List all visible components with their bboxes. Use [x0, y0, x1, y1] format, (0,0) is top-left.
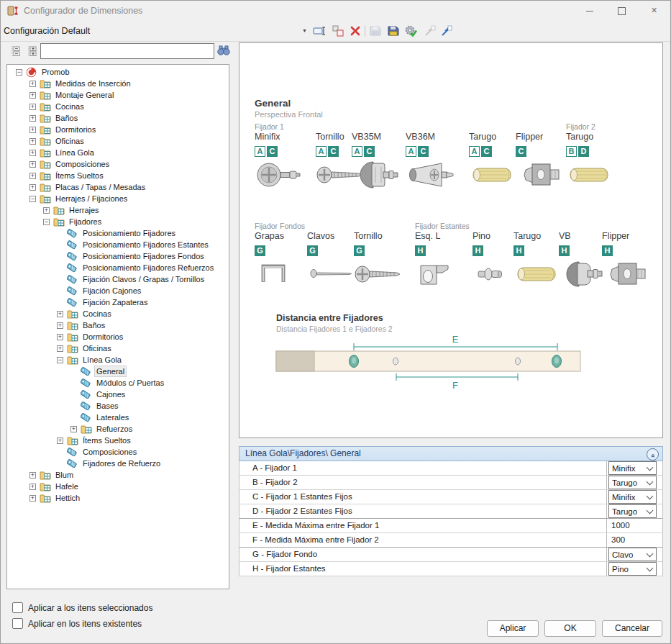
chevron-down-icon: ▼: [302, 23, 307, 39]
export-config-icon[interactable]: [440, 24, 455, 37]
tree-item-oficinas[interactable]: +Oficinas: [7, 135, 229, 147]
tree-item-posicionamiento-fijadores-refuerzos[interactable]: Posicionamiento Fijadores Refuerzos: [7, 262, 229, 273]
expand-icon[interactable]: +: [43, 207, 50, 214]
tree-item-fijación-cajones[interactable]: Fijación Cajones: [7, 285, 229, 296]
ok-button[interactable]: OK: [544, 620, 596, 637]
tree-item-herrajes[interactable]: +Herrajes: [7, 204, 229, 216]
expand-icon[interactable]: +: [57, 311, 63, 317]
expand-icon[interactable]: +: [29, 104, 36, 110]
apply-existing-checkbox[interactable]: Aplicar en los itens existentes: [12, 618, 142, 629]
tree-item-bases[interactable]: Bases: [7, 400, 229, 412]
expand-icon[interactable]: +: [57, 437, 63, 444]
tree-item-fijación-zapateras[interactable]: Fijación Zapateras: [7, 296, 229, 308]
property-text-value[interactable]: 1000: [607, 519, 630, 532]
tree-item-fijación-clavos-grapas-tornillos[interactable]: Fijación Clavos / Grapas / Tornillos: [7, 273, 229, 285]
tree-item-laterales[interactable]: Laterales: [7, 412, 229, 423]
tree-item-baños[interactable]: +Baños: [7, 319, 229, 331]
tree-item-blum[interactable]: +Blum: [7, 469, 229, 481]
expand-icon[interactable]: +: [57, 334, 63, 340]
tag-icon: [67, 240, 78, 250]
tree-item-placas-tapas-mesadas[interactable]: +Placas / Tapas / Mesadas: [7, 181, 229, 193]
expand-icon[interactable]: +: [29, 150, 36, 156]
expand-icon[interactable]: +: [57, 322, 63, 329]
save-as-config-icon[interactable]: [387, 24, 401, 37]
cancelar-button[interactable]: Cancelar: [602, 620, 662, 637]
expand-icon[interactable]: +: [29, 173, 36, 179]
tree-item-hettich[interactable]: +Hettich: [7, 492, 229, 504]
tree-item-refuerzos[interactable]: +Refuerzos: [7, 423, 229, 435]
tree-item-cocinas[interactable]: +Cocinas: [7, 308, 229, 319]
delete-config-icon[interactable]: [349, 24, 363, 37]
tree-item-label: Fijación Clavos / Grapas / Tornillos: [81, 274, 206, 284]
collapse-icon[interactable]: −: [29, 196, 36, 202]
property-dropdown[interactable]: Minifix: [608, 461, 657, 475]
property-dropdown[interactable]: Tarugo: [608, 476, 657, 489]
tree-item-promob[interactable]: −Promob: [7, 66, 229, 78]
collapse-icon[interactable]: −: [43, 219, 50, 225]
tag-icon: [67, 447, 78, 457]
save-config-icon[interactable]: [369, 24, 383, 37]
minimize-button[interactable]: [573, 1, 606, 22]
collapse-icon[interactable]: −: [57, 357, 63, 363]
tree-item-composiciones[interactable]: +Composiciones: [7, 158, 229, 170]
tree-item-posicionamiento-fijadores-fondos[interactable]: Posicionamiento Fijadores Fondos: [7, 250, 229, 262]
rename-config-icon[interactable]: [313, 24, 327, 37]
property-dropdown[interactable]: Clavo: [608, 548, 657, 561]
apply-selected-checkbox[interactable]: Aplicar a los itens seleccionados: [12, 602, 152, 613]
expand-icon[interactable]: +: [70, 426, 77, 432]
collapse-panel-button[interactable]: »: [647, 448, 659, 461]
checkbox-box[interactable]: [12, 618, 23, 629]
tree-item-montaje-general[interactable]: +Montaje General: [7, 89, 229, 101]
expand-icon[interactable]: +: [29, 472, 36, 479]
tree-item-medidas-de-inserción[interactable]: +Medidas de Inserción: [7, 78, 229, 89]
expand-icon[interactable]: +: [29, 92, 36, 99]
property-dropdown[interactable]: Tarugo: [608, 504, 657, 518]
import-config-icon[interactable]: [424, 24, 438, 37]
search-input[interactable]: [40, 43, 214, 59]
tree-item-general[interactable]: General: [7, 366, 229, 377]
collapse-all-icon[interactable]: [9, 45, 21, 57]
expand-icon[interactable]: +: [29, 115, 36, 122]
property-dropdown[interactable]: Minifix: [608, 490, 657, 504]
apply-config-icon[interactable]: [404, 24, 419, 37]
tree-item-hafele[interactable]: +Hafele: [7, 481, 229, 492]
tree-item-ítems-sueltos[interactable]: +Ítems Sueltos: [7, 170, 229, 181]
maximize-button[interactable]: [606, 1, 638, 22]
tree-item-posicionamiento-fijadores-estantes[interactable]: Posicionamiento Fijadores Estantes: [7, 239, 229, 250]
tree-item-dormitorios[interactable]: +Dormitorios: [7, 124, 229, 135]
tree-item-línea-gola[interactable]: +Línea Gola: [7, 147, 229, 158]
tree-item-cajones[interactable]: Cajones: [7, 389, 229, 400]
expand-icon[interactable]: +: [29, 138, 36, 145]
tree-item-fijadores-de-refuerzo[interactable]: Fijadores de Refuerzo: [7, 458, 229, 469]
expand-icon[interactable]: +: [57, 345, 63, 352]
tree-item-línea-gola[interactable]: −Línea Gola: [7, 354, 229, 366]
collapse-icon[interactable]: −: [16, 69, 22, 76]
aplicar-button[interactable]: Aplicar: [487, 620, 539, 637]
expand-icon[interactable]: +: [29, 161, 36, 168]
tree-item-fijadores[interactable]: −Fijadores: [7, 216, 229, 227]
tree-item-dormitorios[interactable]: +Dormitorios: [7, 331, 229, 343]
tree-item-ítems-sueltos[interactable]: +Ítems Sueltos: [7, 435, 229, 446]
tree-item-baños[interactable]: +Baños: [7, 112, 229, 124]
expand-icon[interactable]: +: [29, 484, 36, 490]
expand-icon[interactable]: +: [29, 81, 36, 87]
property-text-value[interactable]: 300: [607, 533, 625, 547]
close-button[interactable]: ×: [638, 1, 670, 22]
property-dropdown[interactable]: Pino: [608, 562, 657, 576]
tree-item-herrajes-fijaciones[interactable]: −Herrajes / Fijaciones: [7, 193, 229, 204]
expand-icon[interactable]: +: [29, 184, 36, 191]
tree-item-posicionamiento-fijadores[interactable]: Posicionamiento Fijadores: [7, 227, 229, 239]
checkbox-box[interactable]: [12, 602, 23, 613]
search-binoculars-icon[interactable]: [216, 45, 231, 56]
tree-item-oficinas[interactable]: +Oficinas: [7, 343, 229, 354]
expand-icon[interactable]: +: [29, 495, 36, 502]
tree-item-cocinas[interactable]: +Cocinas: [7, 101, 229, 112]
config-selector[interactable]: Configuración Default ▼: [4, 23, 310, 39]
duplicate-config-icon[interactable]: [332, 24, 346, 37]
property-value-cell: Clavo: [606, 548, 662, 561]
tree-item-módulos-c-puertas[interactable]: Módulos c/ Puertas: [7, 377, 229, 389]
expand-all-icon[interactable]: [26, 45, 37, 57]
expand-icon[interactable]: +: [29, 127, 36, 133]
tag-icon: [81, 401, 92, 411]
tree-item-composiciones[interactable]: Composiciones: [7, 446, 229, 458]
